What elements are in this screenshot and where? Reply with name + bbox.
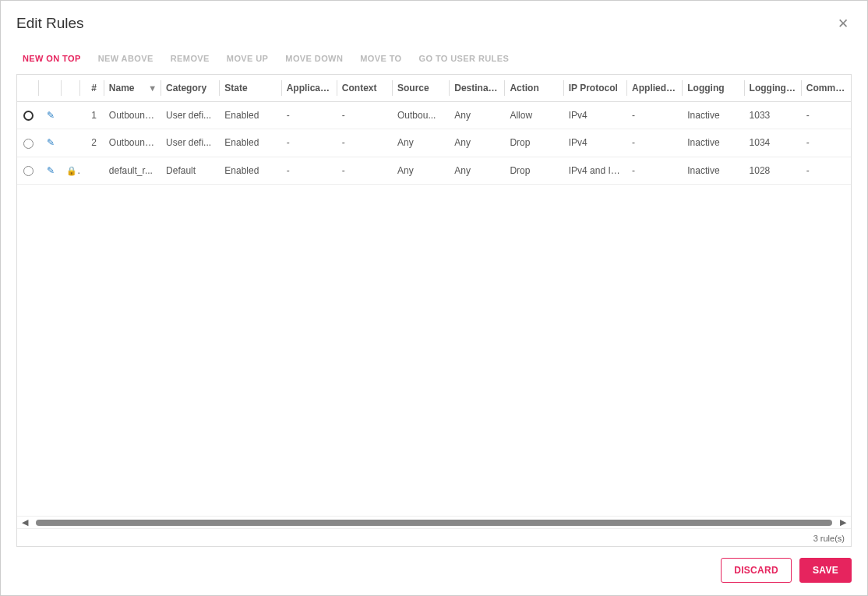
cell-context: - [337, 102, 393, 129]
cell-comments: - [802, 157, 851, 184]
col-source[interactable]: Source [393, 75, 450, 102]
cell-applications: - [282, 129, 337, 157]
col-logging-id[interactable]: Logging ID [745, 75, 802, 102]
cell-comments: - [802, 129, 851, 157]
cell-logging-id: 1034 [745, 129, 802, 157]
close-icon[interactable]: ✕ [834, 16, 852, 32]
cell-comments: - [802, 102, 851, 129]
edit-rules-dialog: Edit Rules ✕ NEW ON TOP NEW ABOVE REMOVE… [0, 0, 868, 596]
cell-action: Drop [505, 129, 563, 157]
pencil-icon[interactable]: ✎ [47, 165, 55, 176]
cell-logging-id: 1028 [745, 157, 802, 184]
cell-logging: Inactive [683, 129, 744, 157]
scroll-right-icon[interactable]: ▶ [837, 517, 849, 527]
col-context[interactable]: Context [337, 75, 393, 102]
cell-name: default_r... [104, 157, 161, 184]
col-select [17, 75, 39, 102]
col-lock [62, 75, 80, 102]
row-radio[interactable] [23, 111, 34, 121]
cell-source: Any [393, 157, 450, 184]
horizontal-scrollbar[interactable]: ◀ ▶ [17, 516, 851, 528]
toolbar-new-above[interactable]: NEW ABOVE [98, 54, 153, 63]
cell-applied-to: - [627, 129, 683, 157]
toolbar-new-on-top[interactable]: NEW ON TOP [23, 54, 81, 63]
cell-destination: Any [450, 157, 505, 184]
table-header-row: # Name ▼ Category State Applications Con… [17, 75, 851, 102]
scrollbar-track[interactable] [36, 520, 832, 526]
row-radio[interactable] [23, 139, 34, 149]
cell-applied-to: - [627, 157, 683, 184]
table-row[interactable]: ✎ 2 Outbound... User defi... Enabled - -… [17, 129, 851, 157]
cell-num: 2 [80, 129, 104, 157]
dialog-footer: DISCARD SAVE [16, 547, 852, 583]
rules-table-container: # Name ▼ Category State Applications Con… [16, 74, 852, 547]
scroll-left-icon[interactable]: ◀ [19, 517, 31, 527]
cell-state: Enabled [220, 129, 281, 157]
pencil-icon[interactable]: ✎ [47, 110, 55, 121]
dialog-title: Edit Rules [16, 15, 84, 32]
cell-logging: Inactive [683, 157, 744, 184]
rules-table: # Name ▼ Category State Applications Con… [17, 75, 851, 185]
col-logging[interactable]: Logging [683, 75, 744, 102]
col-name-label: Name [109, 83, 135, 93]
row-radio[interactable] [23, 166, 34, 176]
cell-action: Allow [505, 102, 563, 129]
lock-icon: 🔒 [66, 165, 80, 176]
col-action[interactable]: Action [505, 75, 563, 102]
col-edit [39, 75, 61, 102]
cell-name: Outbound... [104, 102, 161, 129]
cell-context: - [337, 157, 393, 184]
cell-num [80, 157, 104, 184]
toolbar: NEW ON TOP NEW ABOVE REMOVE MOVE UP MOVE… [16, 54, 852, 63]
cell-category: Default [161, 157, 220, 184]
col-state[interactable]: State [220, 75, 281, 102]
cell-logging-id: 1033 [745, 102, 802, 129]
col-category[interactable]: Category [161, 75, 220, 102]
toolbar-remove[interactable]: REMOVE [171, 54, 210, 63]
row-count: 3 rule(s) [17, 528, 851, 546]
cell-ip-protocol: IPv4 and IPv6 [564, 157, 627, 184]
toolbar-go-to-user-rules[interactable]: GO TO USER RULES [419, 54, 510, 63]
cell-num: 1 [80, 102, 104, 129]
table-row[interactable]: ✎ 🔒 default_r... Default Enabled - - Any… [17, 157, 851, 184]
col-applications[interactable]: Applications [282, 75, 337, 102]
cell-state: Enabled [220, 102, 281, 129]
cell-context: - [337, 129, 393, 157]
table-row[interactable]: ✎ 1 Outbound... User defi... Enabled - -… [17, 102, 851, 129]
save-button[interactable]: SAVE [799, 558, 852, 583]
cell-state: Enabled [220, 157, 281, 184]
filter-icon[interactable]: ▼ [148, 83, 157, 93]
toolbar-move-down[interactable]: MOVE DOWN [285, 54, 343, 63]
cell-category: User defi... [161, 102, 220, 129]
cell-applications: - [282, 102, 337, 129]
dialog-header: Edit Rules ✕ [16, 15, 852, 32]
col-ip-protocol[interactable]: IP Protocol [564, 75, 627, 102]
cell-applied-to: - [627, 102, 683, 129]
cell-name: Outbound... [104, 129, 161, 157]
discard-button[interactable]: DISCARD [721, 558, 792, 583]
cell-ip-protocol: IPv4 [564, 102, 627, 129]
cell-category: User defi... [161, 129, 220, 157]
col-num[interactable]: # [80, 75, 104, 102]
cell-destination: Any [450, 129, 505, 157]
cell-source: Any [393, 129, 450, 157]
cell-source: Outbou... [393, 102, 450, 129]
cell-action: Drop [505, 157, 563, 184]
col-destination[interactable]: Destination [450, 75, 505, 102]
toolbar-move-up[interactable]: MOVE UP [227, 54, 269, 63]
toolbar-move-to[interactable]: MOVE TO [360, 54, 401, 63]
col-applied-to[interactable]: Applied To [627, 75, 683, 102]
cell-destination: Any [450, 102, 505, 129]
cell-logging: Inactive [683, 102, 744, 129]
col-name[interactable]: Name ▼ [104, 75, 161, 102]
cell-applications: - [282, 157, 337, 184]
pencil-icon[interactable]: ✎ [47, 137, 55, 148]
cell-ip-protocol: IPv4 [564, 129, 627, 157]
col-comments[interactable]: Comments [802, 75, 851, 102]
